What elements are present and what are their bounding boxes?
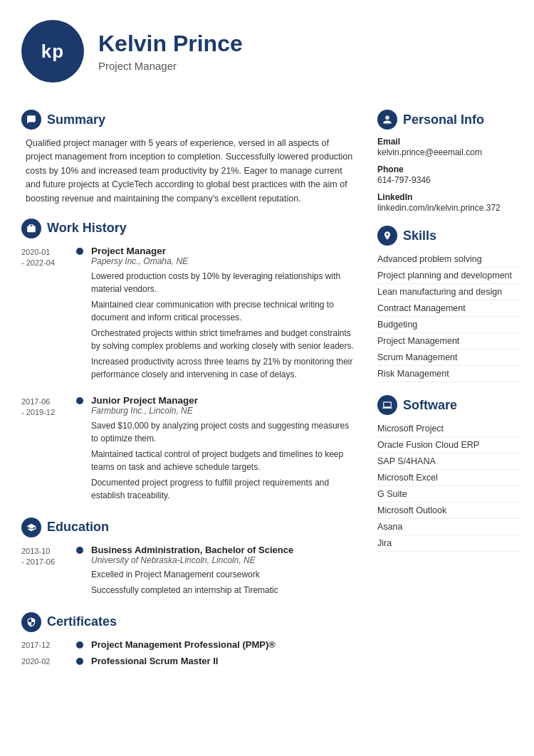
cert-dot-1 [76, 641, 83, 649]
software-icon [377, 395, 397, 415]
work-dot-line-2 [73, 395, 87, 505]
skill-item-2: Lean manufacturing and design [377, 284, 520, 300]
edu-dot-line [73, 545, 87, 599]
edu-date-1: 2013-10- 2017-06 [21, 545, 73, 599]
work-item-2: 2017-06- 2019-12 Junior Project Manager … [21, 395, 356, 505]
software-item-4: G Suite [377, 486, 520, 503]
certificates-header: Certificates [21, 612, 356, 632]
work-date-2: 2017-06- 2019-12 [21, 395, 73, 505]
edu-dot-1 [76, 547, 83, 554]
software-item-3: Microsoft Excel [377, 470, 520, 486]
skill-item-6: Scrum Management [377, 350, 520, 366]
software-item-5: Microsoft Outlook [377, 503, 520, 519]
edu-school-1: University of Nebraska-Lincoln, Lincoln,… [91, 555, 356, 565]
work-history-title: Work History [47, 221, 127, 236]
software-title: Software [403, 398, 457, 413]
work-bullet-1-2: Orchestrated projects within strict time… [91, 327, 356, 352]
summary-section-header: Summary [21, 110, 356, 130]
edu-bullet-1-1: Successfully completed an internship at … [91, 584, 356, 597]
personal-info-header: Personal Info [377, 110, 520, 130]
edu-bullet-1-0: Excelled in Project Management coursewor… [91, 568, 356, 581]
work-history-header: Work History [21, 219, 356, 238]
software-item-6: Asana [377, 519, 520, 535]
education-header: Education [21, 518, 356, 537]
edu-degree-1: Business Administration, Bachelor of Sci… [91, 545, 356, 555]
skill-item-0: Advanced problem solving [377, 251, 520, 268]
software-list: Microsoft Project Oracle Fusion Cloud ER… [377, 421, 520, 552]
work-bullet-1-3: Increased productivity across three team… [91, 355, 356, 381]
software-header: Software [377, 395, 520, 415]
phone-label: Phone [377, 164, 520, 174]
work-dot-line-1 [73, 246, 87, 384]
cert-dot-line-2 [73, 656, 87, 666]
education-items: 2013-10- 2017-06 Business Administration… [21, 545, 356, 599]
software-item-7: Jira [377, 535, 520, 552]
work-date-1: 2020-01- 2022-04 [21, 246, 73, 384]
work-items-list: 2020-01- 2022-04 Project Manager Papersy… [21, 246, 356, 505]
education-icon [21, 518, 41, 537]
certificates-icon [21, 612, 41, 632]
personal-info-title: Personal Info [403, 112, 484, 127]
cert-dot-2 [76, 658, 83, 665]
work-bullet-2-0: Saved $10,000 by analyzing project costs… [91, 419, 356, 445]
work-icon [21, 219, 41, 238]
skill-item-1: Project planning and development [377, 268, 520, 284]
work-date-2-text: 2017-06- 2019-12 [21, 397, 55, 416]
work-content-2: Junior Project Manager Farmburg Inc., Li… [87, 395, 356, 505]
candidate-title: Project Manager [98, 60, 243, 72]
phone-value: 614-797-9346 [377, 175, 520, 185]
skills-header: Skills [377, 226, 520, 246]
right-column: Personal Info Email kelvin.prince@eeemai… [370, 97, 534, 742]
work-content-1: Project Manager Papersy Inc., Omaha, NE … [87, 246, 356, 384]
candidate-name: Kelvin Prince [98, 31, 243, 57]
skill-item-3: Contract Management [377, 300, 520, 317]
work-title-1: Project Manager [91, 246, 356, 256]
edu-content-1: Business Administration, Bachelor of Sci… [87, 545, 356, 599]
header: kp Kelvin Prince Project Manager [0, 0, 534, 97]
skill-item-4: Budgeting [377, 317, 520, 333]
summary-content: Qualified project manager with 5 years o… [21, 137, 356, 206]
skills-list: Advanced problem solving Project plannin… [377, 251, 520, 382]
work-dot-2 [76, 397, 83, 404]
cert-date-2: 2020-02 [21, 656, 73, 666]
work-company-2: Farmburg Inc., Lincoln, NE [91, 406, 356, 416]
linkedin-label: LinkedIn [377, 192, 520, 202]
work-bullet-1-0: Lowered production costs by 10% by lever… [91, 270, 356, 295]
work-item: 2020-01- 2022-04 Project Manager Papersy… [21, 246, 356, 384]
work-bullet-1-1: Maintained clear communication with prec… [91, 298, 356, 324]
work-dot-1 [76, 248, 83, 255]
main-content: Summary Qualified project manager with 5… [0, 97, 534, 756]
education-title: Education [47, 520, 109, 535]
personal-info-icon [377, 110, 397, 130]
skill-item-7: Risk Management [377, 366, 520, 382]
work-bullet-2-1: Maintained tactical control of project b… [91, 448, 356, 473]
avatar-initials: kp [41, 41, 64, 63]
software-item-1: Oracle Fusion Cloud ERP [377, 437, 520, 453]
software-item-2: SAP S/4HANA [377, 453, 520, 470]
email-label: Email [377, 137, 520, 147]
edu-date-1-text: 2013-10- 2017-06 [21, 547, 55, 566]
cert-content-1: Project Management Professional (PMP)® [87, 639, 356, 650]
cert-date-1: 2017-12 [21, 639, 73, 650]
skill-item-5: Project Management [377, 333, 520, 350]
work-title-2: Junior Project Manager [91, 395, 356, 406]
cert-name-2: Professional Scrum Master II [91, 656, 356, 666]
cert-content-2: Professional Scrum Master II [87, 656, 356, 666]
summary-text: Qualified project manager with 5 years o… [21, 137, 356, 206]
work-date-1-text: 2020-01- 2022-04 [21, 248, 55, 267]
certificates-items: 2017-12 Project Management Professional … [21, 639, 356, 666]
avatar: kp [21, 20, 84, 83]
personal-info-content: Email kelvin.prince@eeemail.com Phone 61… [377, 137, 520, 213]
cert-item-1: 2017-12 Project Management Professional … [21, 639, 356, 650]
work-company-1: Papersy Inc., Omaha, NE [91, 256, 356, 266]
cert-item-2: 2020-02 Professional Scrum Master II [21, 656, 356, 666]
cert-dot-line-1 [73, 639, 87, 650]
resume-page: kp Kelvin Prince Project Manager Summary… [0, 0, 534, 756]
certificates-title: Certificates [47, 614, 117, 629]
summary-icon [21, 110, 41, 130]
header-info: Kelvin Prince Project Manager [98, 31, 243, 72]
skills-title: Skills [403, 229, 436, 243]
linkedin-value: linkedin.com/in/kelvin.prince.372 [377, 203, 520, 213]
edu-item-1: 2013-10- 2017-06 Business Administration… [21, 545, 356, 599]
left-column: Summary Qualified project manager with 5… [0, 97, 370, 742]
